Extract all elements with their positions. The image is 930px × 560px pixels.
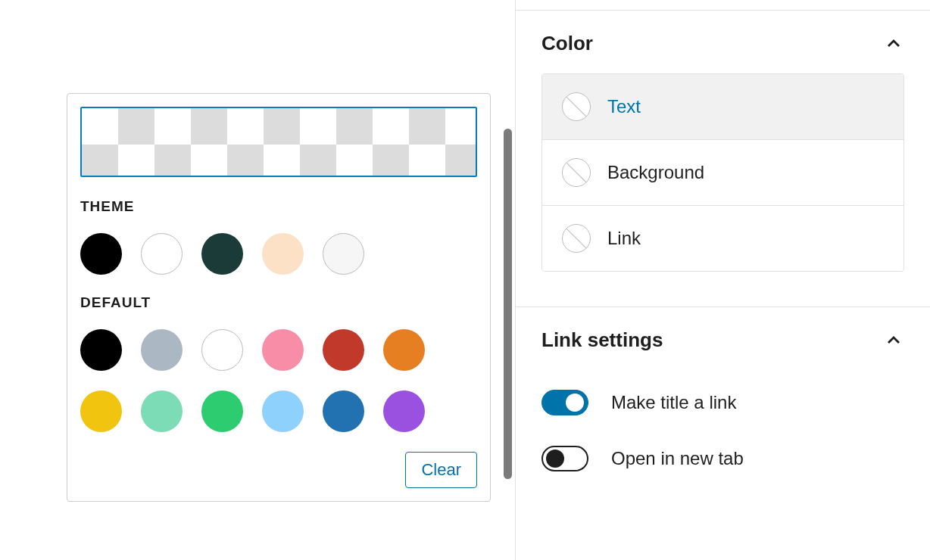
scrollbar-thumb[interactable] [504, 129, 512, 479]
color-swatch-dark-teal[interactable] [201, 233, 243, 275]
theme-swatch-row [80, 233, 477, 275]
chevron-up-icon [883, 330, 904, 351]
color-items-list: Text Background Link [541, 73, 904, 272]
toggle-open-new-tab[interactable] [541, 446, 588, 471]
custom-color-preview[interactable] [80, 107, 477, 177]
clear-row: Clear [80, 452, 477, 488]
color-item-link[interactable]: Link [542, 206, 903, 271]
theme-palette-heading: THEME [80, 198, 477, 215]
link-settings-body: Make title a link Open in new tab [516, 370, 930, 509]
color-panel-title: Color [541, 32, 593, 55]
color-item-text-label: Text [607, 96, 641, 117]
color-swatch-white[interactable] [141, 233, 183, 275]
settings-sidebar: Color Text Background Link Link settings [515, 0, 930, 560]
link-settings-title: Link settings [541, 328, 663, 352]
color-item-background-label: Background [607, 162, 704, 183]
color-swatch-light-blue[interactable] [262, 390, 304, 432]
color-swatch-yellow[interactable] [80, 390, 122, 432]
transparent-swatch-icon [562, 92, 591, 121]
toggle-knob [566, 394, 584, 412]
transparent-swatch-icon [562, 158, 591, 187]
toggle-row-make-title-link: Make title a link [541, 375, 904, 431]
color-swatch-off-white[interactable] [323, 233, 364, 275]
color-swatch-white[interactable] [201, 329, 243, 371]
color-swatch-blue[interactable] [323, 390, 364, 432]
editor-canvas: THEME DEFAULT Clear [0, 0, 515, 560]
color-swatch-pale-peach[interactable] [262, 233, 304, 275]
color-swatch-black[interactable] [80, 329, 122, 371]
color-item-background[interactable]: Background [542, 140, 903, 206]
default-swatch-row-1 [80, 329, 477, 371]
toggle-make-title-link-label: Make title a link [611, 392, 736, 413]
color-item-text[interactable]: Text [542, 74, 903, 140]
transparent-swatch-icon [562, 224, 591, 253]
color-panel-header[interactable]: Color [516, 11, 930, 73]
color-swatch-orange[interactable] [383, 329, 425, 371]
sidebar-previous-panel-edge [516, 0, 930, 11]
clear-button[interactable]: Clear [405, 452, 477, 488]
color-swatch-red[interactable] [323, 329, 364, 371]
toggle-row-open-new-tab: Open in new tab [541, 431, 904, 487]
color-swatch-gray[interactable] [141, 329, 183, 371]
toggle-knob [546, 450, 564, 468]
link-settings-panel-header[interactable]: Link settings [516, 307, 930, 370]
toggle-open-new-tab-label: Open in new tab [611, 448, 744, 469]
color-item-link-label: Link [607, 228, 641, 249]
color-swatch-purple[interactable] [383, 390, 425, 432]
color-picker-popover: THEME DEFAULT Clear [67, 93, 491, 502]
default-swatch-row-2 [80, 390, 477, 432]
toggle-make-title-link[interactable] [541, 390, 588, 415]
color-swatch-black[interactable] [80, 233, 122, 275]
default-palette-heading: DEFAULT [80, 294, 477, 311]
color-swatch-light-green[interactable] [141, 390, 183, 432]
color-swatch-green[interactable] [201, 390, 243, 432]
color-swatch-pink[interactable] [262, 329, 304, 371]
chevron-up-icon [883, 33, 904, 54]
